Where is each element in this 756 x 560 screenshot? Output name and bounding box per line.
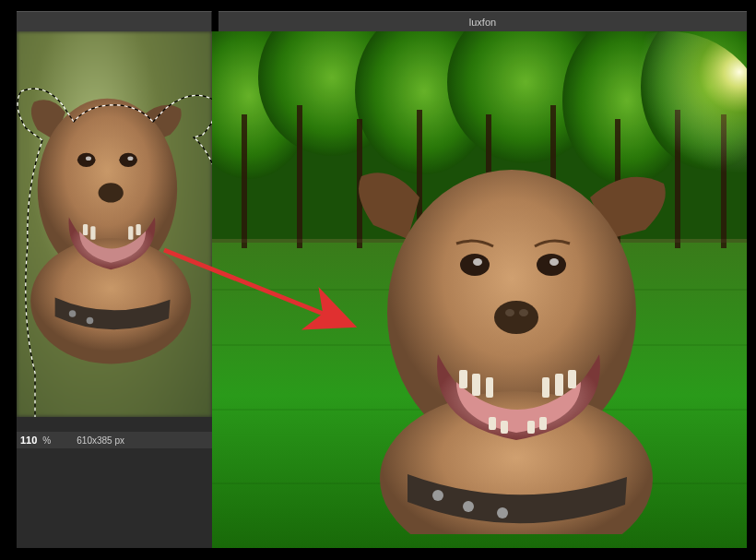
svg-point-43 bbox=[505, 309, 514, 316]
svg-rect-47 bbox=[486, 377, 493, 398]
svg-point-41 bbox=[549, 258, 559, 266]
zoom-value[interactable]: 110 bbox=[20, 435, 37, 446]
canvas-dimensions: 610x385 px bbox=[77, 435, 124, 446]
svg-point-6 bbox=[99, 183, 124, 202]
tab-target-image[interactable]: luxfon bbox=[219, 11, 747, 31]
tab-source-image[interactable] bbox=[17, 11, 212, 31]
status-bar: 110 % 610x385 px bbox=[17, 432, 212, 448]
svg-rect-49 bbox=[555, 374, 563, 396]
svg-rect-52 bbox=[501, 421, 508, 434]
svg-rect-10 bbox=[136, 224, 140, 235]
source-canvas[interactable]: 110 % 610x385 px bbox=[17, 31, 212, 548]
svg-point-12 bbox=[87, 317, 94, 325]
svg-rect-7 bbox=[83, 224, 88, 235]
svg-point-4 bbox=[86, 157, 91, 161]
svg-rect-53 bbox=[527, 421, 535, 434]
target-canvas[interactable] bbox=[212, 31, 747, 548]
canvas-area: 110 % 610x385 px bbox=[17, 31, 747, 548]
svg-point-57 bbox=[497, 507, 508, 518]
svg-point-5 bbox=[127, 157, 133, 161]
dog-pasted[interactable] bbox=[350, 147, 682, 534]
svg-point-40 bbox=[473, 258, 482, 266]
tab-bar: luxfon bbox=[0, 11, 756, 31]
source-image bbox=[17, 31, 212, 417]
svg-point-42 bbox=[494, 301, 538, 334]
svg-rect-45 bbox=[459, 370, 467, 388]
svg-rect-50 bbox=[568, 370, 576, 388]
svg-rect-46 bbox=[472, 374, 480, 396]
svg-rect-54 bbox=[539, 417, 547, 430]
zoom-unit: % bbox=[42, 435, 51, 446]
tab-label: luxfon bbox=[469, 17, 496, 28]
svg-point-55 bbox=[432, 490, 443, 501]
svg-point-2 bbox=[77, 153, 96, 167]
svg-rect-8 bbox=[90, 226, 95, 239]
svg-rect-51 bbox=[489, 417, 496, 430]
svg-rect-48 bbox=[542, 377, 549, 398]
svg-point-56 bbox=[463, 501, 474, 512]
svg-point-3 bbox=[119, 153, 137, 167]
svg-point-44 bbox=[519, 309, 528, 316]
dog-subject bbox=[17, 31, 212, 417]
svg-point-11 bbox=[69, 310, 77, 317]
svg-rect-9 bbox=[128, 226, 133, 239]
